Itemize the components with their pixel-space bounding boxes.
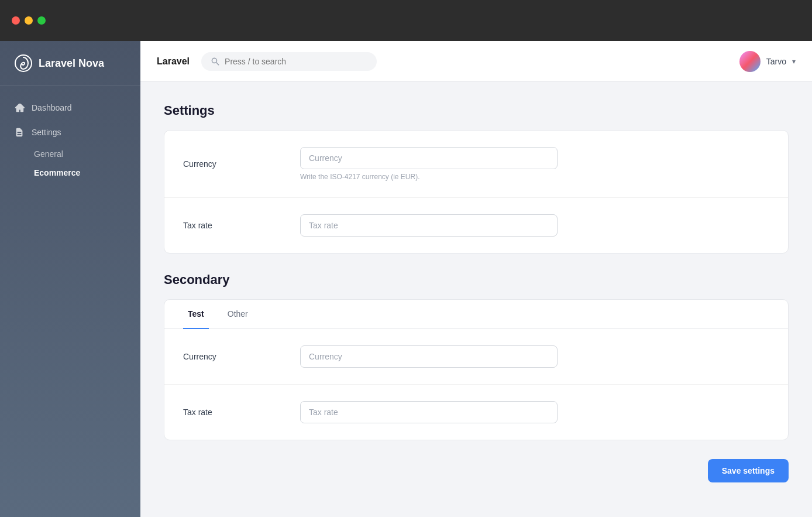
save-settings-button[interactable]: Save settings bbox=[708, 459, 789, 482]
minimize-button[interactable] bbox=[25, 16, 33, 25]
secondary-taxrate-input[interactable] bbox=[300, 401, 558, 423]
currency-input[interactable] bbox=[300, 147, 558, 169]
settings-label: Settings bbox=[32, 128, 61, 137]
sidebar-nav: Dashboard Settings General Ecommerce bbox=[0, 86, 140, 191]
taxrate-input-wrap bbox=[300, 214, 769, 237]
sidebar: Laravel Nova Dashboard Settings General … bbox=[0, 41, 140, 517]
taxrate-field-row: Tax rate bbox=[164, 198, 788, 253]
app-body: Laravel Nova Dashboard Settings General … bbox=[0, 41, 812, 517]
taxrate-label: Tax rate bbox=[183, 221, 300, 230]
secondary-currency-label: Currency bbox=[183, 352, 300, 361]
taxrate-input[interactable] bbox=[300, 214, 558, 237]
currency-input-wrap: Write the ISO-4217 currency (ie EUR). bbox=[300, 147, 769, 181]
search-bar[interactable] bbox=[201, 52, 377, 71]
secondary-taxrate-field-row: Tax rate bbox=[164, 385, 788, 440]
main-area: Laravel Tarvo ▾ Settings Currency bbox=[140, 41, 812, 517]
topbar-title: Laravel bbox=[157, 56, 190, 67]
secondary-currency-field-row: Currency bbox=[164, 329, 788, 385]
secondary-taxrate-input-wrap bbox=[300, 401, 769, 423]
save-area: Save settings bbox=[164, 459, 789, 494]
currency-label: Currency bbox=[183, 159, 300, 169]
settings-title: Settings bbox=[164, 103, 789, 118]
window-controls bbox=[12, 16, 46, 25]
user-name: Tarvo bbox=[766, 57, 786, 66]
sidebar-item-dashboard[interactable]: Dashboard bbox=[0, 95, 140, 120]
sidebar-subitem-ecommerce[interactable]: Ecommerce bbox=[0, 163, 140, 182]
currency-field-row: Currency Write the ISO-4217 currency (ie… bbox=[164, 131, 788, 198]
nav-subitems: General Ecommerce bbox=[0, 145, 140, 182]
search-icon bbox=[211, 57, 220, 66]
secondary-title: Secondary bbox=[164, 272, 789, 287]
sidebar-item-settings[interactable]: Settings bbox=[0, 120, 140, 145]
tab-test[interactable]: Test bbox=[183, 300, 209, 329]
logo-text: Laravel Nova bbox=[39, 57, 104, 70]
nova-logo-icon bbox=[14, 54, 33, 73]
maximize-button[interactable] bbox=[37, 16, 46, 25]
tabs-header: Test Other bbox=[164, 300, 788, 329]
secondary-currency-input[interactable] bbox=[300, 345, 558, 368]
home-icon bbox=[14, 102, 25, 113]
secondary-taxrate-label: Tax rate bbox=[183, 408, 300, 417]
chevron-down-icon: ▾ bbox=[792, 57, 796, 66]
avatar bbox=[739, 51, 761, 72]
currency-hint: Write the ISO-4217 currency (ie EUR). bbox=[300, 173, 769, 181]
content: Settings Currency Write the ISO-4217 cur… bbox=[140, 82, 812, 517]
sidebar-subitem-general[interactable]: General bbox=[0, 145, 140, 163]
sidebar-logo: Laravel Nova bbox=[0, 41, 140, 86]
dashboard-label: Dashboard bbox=[32, 103, 72, 112]
tab-other[interactable]: Other bbox=[223, 300, 253, 329]
close-button[interactable] bbox=[12, 16, 20, 25]
search-input[interactable] bbox=[225, 57, 367, 66]
user-area[interactable]: Tarvo ▾ bbox=[739, 51, 796, 72]
settings-card: Currency Write the ISO-4217 currency (ie… bbox=[164, 130, 789, 254]
topbar: Laravel Tarvo ▾ bbox=[140, 41, 812, 82]
settings-icon bbox=[14, 127, 25, 138]
secondary-card: Test Other Currency Tax rate bbox=[164, 299, 789, 440]
secondary-currency-input-wrap bbox=[300, 345, 769, 368]
titlebar bbox=[0, 0, 812, 41]
